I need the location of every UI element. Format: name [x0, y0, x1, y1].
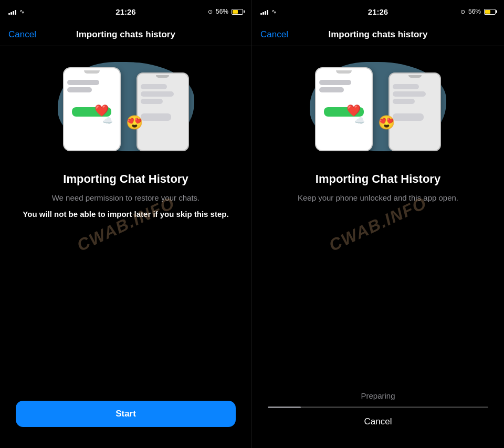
chat-bubble-rr2: [393, 91, 426, 97]
battery-icon-right: [484, 9, 496, 15]
wifi-icon: ∿: [19, 8, 25, 15]
status-right-right: ⊙ 56%: [460, 8, 496, 15]
phone-right-device: [136, 72, 189, 151]
status-bar-right: ∿ 21:26 ⊙ 56%: [252, 0, 504, 23]
chat-bubble-rr4: [393, 113, 424, 121]
cloud-emoji: ☁️: [102, 116, 113, 126]
text-section-left: Importing Chat History We need permissio…: [17, 172, 234, 220]
progress-bar-fill: [268, 407, 301, 408]
battery-fill-left: [233, 10, 238, 14]
content-left: ❤️ ☁️ 😍 Importing Chat History We need p…: [0, 46, 251, 390]
location-icon-right: ⊙: [460, 8, 465, 15]
wifi-icon-right: ∿: [271, 8, 277, 15]
chat-bubble-1: [67, 80, 99, 85]
illustration-left: ❤️ ☁️ 😍: [52, 57, 200, 162]
phone-notch-left-r: [336, 70, 352, 74]
status-bar-left: ∿ 21:26 ⊙ 56%: [0, 0, 251, 23]
status-right-left-icons: ∿: [260, 8, 277, 15]
cloud-emoji-right: ☁️: [354, 116, 365, 126]
status-time-right: 21:26: [368, 7, 388, 16]
phone-left-device: [63, 67, 121, 151]
phone-notch-right-r: [408, 75, 422, 78]
phone-notch-left: [84, 70, 100, 74]
cancel-button-left[interactable]: Cancel: [8, 29, 36, 40]
phone-left-device-r: [315, 67, 373, 151]
text-section-right: Importing Chat History Keep your phone u…: [292, 172, 464, 209]
progress-bar: [268, 407, 488, 408]
chat-bubble-r-1: [319, 80, 351, 85]
chat-bubble-r4: [141, 113, 172, 121]
chat-bubble-r-2: [319, 87, 344, 92]
cancel-button-right[interactable]: Cancel: [260, 29, 288, 40]
smiley-emoji-right: 😍: [378, 114, 395, 131]
sub-text-left: We need permission to restore your chats…: [23, 192, 228, 204]
progress-section: Preparing Cancel: [252, 381, 504, 448]
nav-bar-right: Cancel Importing chats history: [252, 23, 504, 46]
nav-title-left: Importing chats history: [76, 29, 175, 40]
battery-pct-left: 56%: [216, 8, 228, 15]
illustration-right: ❤️ ☁️ 😍: [304, 57, 452, 162]
right-screen: ∿ 21:26 ⊙ 56% Cancel Importing chats his…: [252, 0, 504, 448]
sub-text-right: Keep your phone unlocked and this app op…: [298, 192, 458, 204]
left-screen: ∿ 21:26 ⊙ 56% Cancel Importing chats his…: [0, 0, 252, 448]
chat-bubble-r2: [141, 91, 174, 97]
chat-bubble-rr1: [393, 84, 419, 89]
preparing-label: Preparing: [361, 391, 395, 400]
chat-bubble-r3: [141, 99, 163, 104]
battery-fill-right: [485, 10, 490, 14]
phone-notch-right: [156, 75, 169, 78]
signal-icon-right: [260, 8, 268, 15]
bold-warning-left: You will not be able to import later if …: [23, 209, 228, 221]
battery-icon-left: [232, 9, 243, 15]
phone-right-device-r: [388, 72, 441, 151]
signal-icon: [8, 8, 16, 15]
nav-bar-left: Cancel Importing chats history: [0, 23, 251, 46]
status-right-left: ⊙ 56%: [208, 8, 243, 15]
nav-title-right: Importing chats history: [329, 29, 428, 40]
cancel-progress-button[interactable]: Cancel: [364, 416, 392, 427]
smiley-emoji: 😍: [126, 114, 143, 131]
chat-bubble-2: [67, 87, 92, 92]
chat-bubble-rr3: [393, 99, 415, 104]
battery-pct-right: 56%: [468, 8, 481, 15]
main-title-right: Importing Chat History: [298, 172, 458, 186]
start-button[interactable]: Start: [16, 401, 236, 427]
bottom-section-left: Start: [0, 390, 251, 448]
status-left: ∿: [8, 8, 25, 15]
status-time-left: 21:26: [116, 7, 135, 16]
location-icon: ⊙: [208, 8, 213, 15]
main-title-left: Importing Chat History: [23, 172, 228, 186]
content-right: ❤️ ☁️ 😍 Importing Chat History Keep your…: [252, 46, 504, 381]
chat-bubble-r1: [141, 84, 167, 89]
